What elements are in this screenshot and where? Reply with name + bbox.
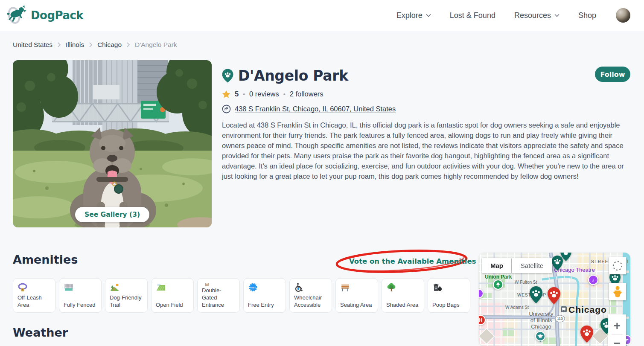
amenity-card-dog-friendly-trail[interactable]: Dog-Friendly Trail [105, 278, 148, 313]
page: DogPack Explore Lost & Found Resources S… [0, 0, 644, 346]
amenities-list: Off-Leash Area Fully Fenced [13, 278, 470, 313]
map-type-label: Map [490, 262, 503, 269]
amenity-label: Dog-Friendly Trail [110, 294, 143, 308]
map-label-w-adams: W Adams St [505, 305, 529, 310]
dogpack-logo[interactable]: DogPack [5, 4, 83, 26]
breadcrumb-link-illinois[interactable]: Illinois [66, 41, 84, 49]
park-description: Located at 438 S Franklin St in Chicago,… [222, 120, 629, 181]
user-avatar[interactable] [616, 8, 630, 23]
header: DogPack Explore Lost & Found Resources S… [0, 0, 644, 31]
svg-text:110: 110 [557, 317, 563, 321]
brand-name: DogPack [31, 9, 83, 22]
svg-text:♪: ♪ [592, 278, 594, 283]
nav-item-explore[interactable]: Explore [396, 11, 431, 20]
reviews-count[interactable]: 0 reviews [249, 90, 279, 98]
amenities-heading: Amenities [13, 253, 78, 266]
map-label-university-3: Chicago [531, 323, 551, 330]
nav-label: Explore [396, 11, 423, 20]
see-gallery-button[interactable]: See Gallery (3) [75, 207, 149, 222]
chevron-down-icon [426, 14, 431, 17]
poop-bag-icon [432, 282, 443, 293]
amenity-label: Off-Leash Area [17, 294, 51, 308]
bench-icon [340, 282, 350, 293]
nav-label: Lost & Found [450, 11, 495, 20]
follow-button[interactable]: Follow [595, 67, 630, 82]
amenity-label: Fully Fenced [64, 301, 97, 308]
amenity-label: Shaded Area [386, 301, 420, 308]
map-label-university-2: of Illinois [530, 317, 552, 323]
svg-text:H: H [479, 317, 482, 323]
fence-icon [64, 282, 74, 293]
breadcrumb-link-chicago[interactable]: Chicago [97, 41, 122, 49]
chevron-down-icon [554, 14, 559, 17]
amenity-label: Poop Bags [432, 301, 466, 308]
breadcrumb: United States Illinois Chicago D'Angelo … [13, 41, 177, 49]
amenity-label: Wheelchair Accessible [294, 294, 327, 308]
address-row: 438 S Franklin St, Chicago, IL 60607, Un… [222, 105, 396, 113]
dot-separator: • [243, 91, 245, 98]
map-label-university-1: University [529, 311, 554, 317]
weather-heading: Weather [13, 326, 68, 339]
fullscreen-button[interactable] [609, 257, 626, 274]
directions-icon [222, 105, 231, 113]
pegman-button[interactable] [609, 283, 626, 300]
park-title-row: D'Angelo Park [222, 67, 348, 84]
svg-text:FREE: FREE [250, 286, 256, 289]
map-label-w-fulton: W Fulton St [515, 280, 537, 285]
breadcrumb-current: D'Angelo Park [135, 41, 177, 49]
amenity-label: Double-Gated Entrance [202, 287, 235, 308]
rating-value: 5 [235, 90, 239, 98]
breadcrumb-link-united-states[interactable]: United States [13, 41, 52, 49]
nav-item-lost-and-found[interactable]: Lost & Found [450, 11, 495, 20]
chevron-right-icon [127, 42, 130, 47]
map-panel[interactable]: Union Park W Fulton St WEST LOOP W Adams… [479, 253, 630, 346]
amenity-card-fully-fenced[interactable]: Fully Fenced [59, 278, 102, 313]
park-photo-art [13, 60, 212, 227]
trail-icon [110, 282, 120, 293]
star-icon [222, 90, 230, 98]
nav-label: Shop [578, 11, 596, 20]
map-label-chicago: Chicago [568, 305, 607, 314]
zoom-out-button[interactable]: − [614, 337, 621, 346]
wheelchair-icon [294, 282, 304, 293]
amenity-card-shaded-area[interactable]: Shaded Area [382, 278, 424, 313]
nav-label: Resources [514, 11, 551, 20]
vote-amenities-link[interactable]: Vote on the Available Amenities [349, 257, 476, 265]
park-pin-icon [222, 69, 233, 83]
amenity-card-double-gated-entrance[interactable]: Double-Gated Entrance [197, 278, 240, 313]
followers-count[interactable]: 2 followers [290, 90, 323, 98]
metro-station-icon [561, 306, 567, 312]
amenity-card-poop-bags[interactable]: Poop Bags [428, 278, 470, 313]
nav-item-resources[interactable]: Resources [514, 11, 559, 20]
zoom-in-button[interactable]: + [614, 319, 621, 332]
free-badge-icon: FREE [248, 282, 258, 293]
route-110-shield: 110 [555, 315, 565, 322]
amenity-card-free-entry[interactable]: FREE Free Entry [243, 278, 286, 313]
tree-icon [386, 282, 396, 293]
amenity-card-off-leash-area[interactable]: Off-Leash Area [13, 278, 55, 313]
address-link[interactable]: 438 S Franklin St, Chicago, IL 60607, Un… [235, 105, 396, 113]
amenity-card-wheelchair-accessible[interactable]: Wheelchair Accessible [289, 278, 332, 313]
field-icon [156, 282, 166, 293]
page-title: D'Angelo Park [238, 67, 348, 84]
chevron-right-icon [89, 42, 92, 47]
dogpack-logo-icon [5, 4, 27, 26]
chevron-right-icon [58, 42, 61, 47]
amenity-label: Open Field [156, 301, 189, 308]
gate-icon [202, 282, 212, 287]
dot-separator: • [283, 91, 286, 98]
amenity-card-seating-area[interactable]: Seating Area [335, 278, 378, 313]
map-label-union-park: Union Park [485, 274, 512, 280]
park-photo: See Gallery (3) [13, 60, 212, 227]
amenity-label: Free Entry [248, 301, 281, 308]
main-nav: Explore Lost & Found Resources Shop [396, 8, 630, 23]
amenity-label: Seating Area [340, 301, 373, 308]
nav-item-shop[interactable]: Shop [578, 11, 596, 20]
collar-icon [17, 282, 28, 293]
rating-row: 5 • 0 reviews • 2 followers [222, 90, 323, 98]
satellite-type-label: Satellite [521, 262, 543, 269]
amenity-card-open-field[interactable]: Open Field [151, 278, 194, 313]
hospital-pin[interactable]: H [479, 315, 485, 325]
